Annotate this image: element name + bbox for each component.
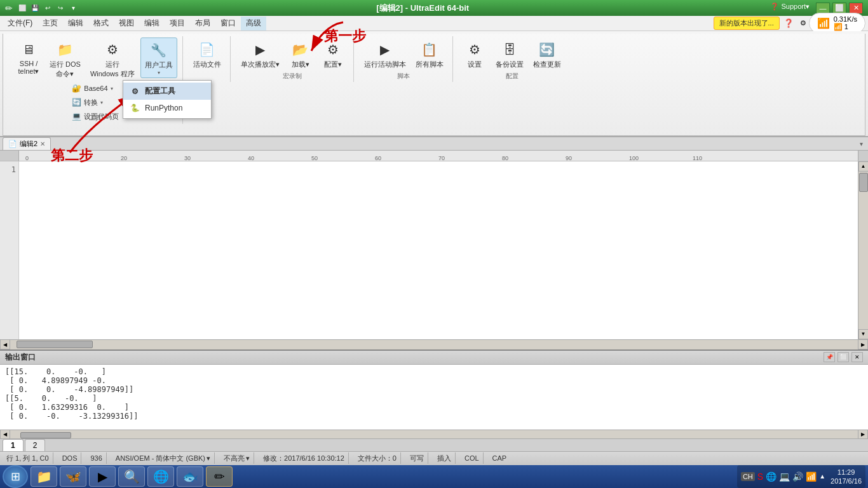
- status-encoding[interactable]: ANSI/OEM - 简体中文 (GBK) ▾: [112, 452, 215, 464]
- status-format: DOS: [58, 452, 82, 464]
- maximize-btn[interactable]: ⬜: [832, 3, 846, 14]
- activity-btn[interactable]: 📄 活动文件: [189, 37, 225, 71]
- tray-sogou-icon[interactable]: S: [757, 471, 763, 482]
- output-hscrollbar[interactable]: ◀ ▶: [0, 430, 868, 438]
- out-hscroll-track[interactable]: [10, 431, 858, 438]
- close-btn[interactable]: ✕: [849, 3, 863, 14]
- hscroll-left-btn[interactable]: ◀: [0, 339, 10, 349]
- ribbon-btn-macro-config[interactable]: ⚙ 配置▾: [318, 37, 348, 71]
- win-icon: ⚙: [102, 39, 123, 60]
- convert-icon: 🔄: [71, 97, 81, 107]
- clock-date: 2017/6/16: [831, 477, 862, 485]
- ribbon-btn-base64[interactable]: 🔐 Base64 ▾: [69, 82, 121, 95]
- clock-area[interactable]: 11:29 2017/6/16: [831, 468, 862, 486]
- ribbon-group-script: ▶ 运行活动脚本 📋 所有脚本 脚本: [355, 36, 453, 82]
- tray-sound-icon[interactable]: 🔊: [792, 471, 803, 482]
- ribbon-btn-run-script[interactable]: ▶ 运行活动脚本: [360, 37, 410, 71]
- ribbon-btn-dos[interactable]: 📁 运行 DOS命令▾: [46, 37, 85, 81]
- taskbar-app-search[interactable]: 🔍: [118, 466, 145, 487]
- menu-home[interactable]: 主页: [37, 17, 63, 30]
- quick-btn-new[interactable]: ⬜: [17, 3, 28, 14]
- user-tools-arrow: ▾: [158, 70, 160, 76]
- menu-view[interactable]: 视图: [114, 17, 139, 30]
- help-icon[interactable]: ❓: [780, 18, 797, 28]
- ribbon-btn-convert[interactable]: 🔄 转换 ▾: [69, 96, 121, 109]
- menu-edit[interactable]: 编辑: [63, 17, 88, 30]
- editor-content[interactable]: [19, 161, 858, 339]
- all-scripts-icon: 📋: [419, 39, 440, 60]
- ribbon-btn-all-scripts[interactable]: 📋 所有脚本: [412, 37, 447, 71]
- ribbon-btn-check-update[interactable]: 🔄 检查更新: [529, 37, 565, 71]
- ribbon-btn-settings[interactable]: ⚙ 设置: [459, 37, 490, 71]
- taskbar-app-butterfly[interactable]: 🦋: [60, 466, 86, 487]
- menu-edit2[interactable]: 编辑: [139, 17, 165, 30]
- menu-project[interactable]: 项目: [165, 17, 190, 30]
- macro-config-label: 配置▾: [324, 60, 342, 69]
- help-btn[interactable]: ❓ Support▾: [766, 3, 813, 14]
- ribbon-btn-play[interactable]: ▶ 单次播放宏▾: [237, 37, 283, 71]
- output-pin-btn[interactable]: 📌: [824, 352, 835, 362]
- butterfly-icon: 🦋: [64, 468, 82, 485]
- editor-vscrollbar[interactable]: ▲ ▼: [858, 161, 868, 339]
- load-label: 加载▾: [292, 60, 309, 69]
- output-tab-1[interactable]: 1: [3, 439, 24, 451]
- scroll-down-btn[interactable]: ▼: [858, 329, 869, 339]
- tray-wifi-icon[interactable]: 📶: [806, 471, 817, 482]
- quick-btn-redo[interactable]: ↪: [55, 3, 66, 14]
- tray-ch-icon[interactable]: CH: [741, 472, 755, 481]
- play-icon: ▶: [250, 39, 270, 60]
- status-col: COL: [461, 452, 484, 464]
- scroll-thumb[interactable]: [859, 173, 868, 192]
- menu-format[interactable]: 格式: [88, 17, 114, 30]
- settings-help[interactable]: ⚙: [797, 19, 809, 27]
- taskbar-app-fish[interactable]: 🐟: [177, 466, 203, 487]
- hscroll-thumb[interactable]: [17, 341, 93, 348]
- menu-advanced[interactable]: 高级: [241, 17, 266, 30]
- quick-btn-dropdown[interactable]: ▾: [67, 3, 79, 14]
- output-tabs: 1 2: [0, 438, 868, 451]
- base64-icon: 🔐: [71, 83, 81, 93]
- minimize-btn[interactable]: —: [816, 3, 830, 14]
- file-tab-close[interactable]: ✕: [40, 140, 45, 147]
- quick-btn-undo[interactable]: ↩: [42, 3, 53, 14]
- dropdown-item-runpython[interactable]: 🐍 RunPython: [123, 100, 211, 116]
- notify-button[interactable]: 新的版本出现了...: [714, 17, 780, 30]
- scroll-up-btn[interactable]: ▲: [858, 161, 869, 172]
- menu-window[interactable]: 窗口: [215, 17, 241, 30]
- tray-pc-icon[interactable]: 💻: [779, 471, 790, 482]
- output-tab-2[interactable]: 2: [25, 439, 46, 451]
- output-close-btn[interactable]: ✕: [851, 352, 863, 362]
- ribbon-btn-load[interactable]: 📂 加载▾: [285, 37, 316, 71]
- window-title: [编辑2] - UltraEdit 64-bit: [79, 3, 766, 14]
- tray-net-icon[interactable]: 🌐: [766, 471, 776, 482]
- search-taskbar-icon: 🔍: [123, 468, 140, 485]
- file-tab-1[interactable]: 📄 编辑2 ✕: [3, 137, 51, 150]
- dropdown-item-config-tools[interactable]: ⚙ 配置工具: [123, 83, 211, 100]
- user-tools-icon: 🔧: [149, 40, 169, 60]
- status-highlight[interactable]: 不高亮 ▾: [220, 452, 254, 464]
- file-tabs-bar: 📄 编辑2 ✕ ▾: [0, 137, 868, 151]
- hscroll-right-btn[interactable]: ▶: [858, 339, 868, 349]
- editor-hscrollbar[interactable]: ◀ ▶: [0, 339, 868, 349]
- hscroll-track[interactable]: [10, 341, 858, 348]
- tick-50: 50: [311, 155, 318, 161]
- tab-scroll-right[interactable]: ▾: [857, 139, 865, 149]
- backup-icon: 🗄: [499, 39, 520, 60]
- ribbon-btn-win[interactable]: ⚙ 运行Windows 程序: [86, 37, 139, 81]
- ruler-scroll-btn[interactable]: [858, 151, 868, 161]
- start-button[interactable]: ⊞: [3, 465, 28, 488]
- menu-file[interactable]: 文件(F): [3, 17, 37, 30]
- tray-more-icon[interactable]: ▲: [819, 473, 825, 480]
- ribbon-btn-user-tools[interactable]: 🔧 用户工具 ▾: [140, 37, 177, 78]
- ue-icon: ✏: [210, 468, 228, 485]
- taskbar-app-ie[interactable]: 🌐: [147, 466, 174, 487]
- output-float-btn[interactable]: ⬜: [837, 352, 849, 362]
- ribbon-btn-ssh[interactable]: 🖥 SSH /telnet▾: [13, 37, 44, 78]
- quick-btn-save[interactable]: 💾: [29, 3, 41, 14]
- ribbon-btn-backup[interactable]: 🗄 备份设置: [492, 37, 527, 71]
- taskbar-app-ue[interactable]: ✏: [206, 466, 233, 487]
- taskbar-app-media[interactable]: ▶: [89, 466, 116, 487]
- menu-layout[interactable]: 布局: [190, 17, 215, 30]
- taskbar-app-explorer[interactable]: 📁: [31, 466, 57, 487]
- out-hscroll-thumb[interactable]: [20, 432, 71, 438]
